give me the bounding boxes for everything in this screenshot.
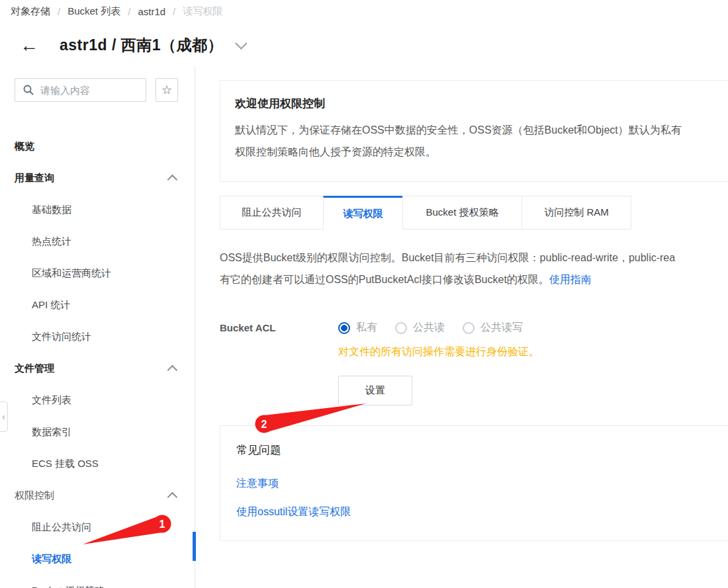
acl-intro-line1: OSS提供Bucket级别的权限访问控制。Bucket目前有三种访问权限：pub… [220, 247, 728, 269]
breadcrumb-item-object-storage[interactable]: 对象存储 [11, 5, 50, 18]
welcome-text: 默认情况下，为保证存储在OSS中数据的安全性，OSS资源（包括Bucket和Ob… [235, 119, 728, 163]
welcome-card: 欢迎使用权限控制 默认情况下，为保证存储在OSS中数据的安全性，OSS资源（包括… [220, 80, 728, 182]
breadcrumb-separator: / [128, 6, 130, 17]
radio-option-public-read-write[interactable]: 公共读写 [463, 321, 523, 335]
sidebar-item-overview[interactable]: 概览 [0, 130, 195, 162]
chevron-left-icon: ‹ [2, 411, 5, 422]
back-arrow-icon[interactable]: ← [20, 36, 38, 55]
sidebar-item-file-management[interactable]: 文件管理 [0, 353, 195, 384]
faq-link-ossutil[interactable]: 使用ossutil设置读写权限 [236, 505, 728, 518]
sidebar-item-api-stats[interactable]: API 统计 [0, 289, 195, 321]
faq-card: 常见问题 注意事项 使用ossutil设置读写权限 [220, 425, 728, 541]
sidebar-item-block-public-access[interactable]: 阻止公共访问 [0, 511, 195, 543]
bucket-acl-label: Bucket ACL [220, 322, 338, 333]
tab-access-control-ram[interactable]: 访问控制 RAM [522, 196, 631, 230]
selected-item-indicator [193, 532, 196, 561]
breadcrumb-separator: / [173, 6, 175, 17]
set-button[interactable]: 设置 [338, 376, 412, 405]
sidebar-item-usage-query[interactable]: 用量查询 [0, 162, 195, 194]
page-header: ← astr1d / 西南1（成都） [20, 35, 244, 56]
sidebar-item-data-index[interactable]: 数据索引 [0, 416, 195, 448]
tab-read-write-permission[interactable]: 读写权限 [323, 196, 403, 230]
welcome-text-line1: 默认情况下，为保证存储在OSS中数据的安全性，OSS资源（包括Bucket和Ob… [235, 119, 728, 141]
sidebar: ☆ 概览 用量查询 基础数据 热点统计 区域和运营商统计 API 统计 文件访问… [0, 66, 195, 588]
radio-icon [395, 322, 407, 334]
chevron-up-icon [167, 174, 178, 185]
sidebar-search-row: ☆ [15, 78, 195, 102]
usage-guide-link[interactable]: 使用指南 [549, 274, 592, 285]
acl-intro-line2: 有它的创建者可以通过OSS的PutBucketAcl接口修改该Bucket的权限… [220, 269, 728, 290]
acl-warning-text: 对文件的所有访问操作需要进行身份验证。 [338, 345, 728, 359]
radio-option-public-read[interactable]: 公共读 [395, 321, 445, 335]
welcome-title: 欢迎使用权限控制 [235, 96, 728, 111]
sidebar-nav: 概览 用量查询 基础数据 热点统计 区域和运营商统计 API 统计 文件访问统计… [0, 130, 195, 588]
page-title: astr1d / 西南1（成都） [60, 35, 223, 56]
sidebar-item-read-write-permission[interactable]: 读写权限 [0, 543, 195, 575]
bucket-acl-row: Bucket ACL 私有 公共读 公共读写 [220, 321, 728, 335]
tab-block-public-access[interactable]: 阻止公共访问 [220, 196, 324, 230]
sidebar-item-bucket-policy[interactable]: Bucket 授权策略 [0, 575, 195, 588]
sidebar-item-region-carrier-stats[interactable]: 区域和运营商统计 [0, 257, 195, 289]
tab-bucket-policy[interactable]: Bucket 授权策略 [402, 196, 522, 230]
radio-option-private[interactable]: 私有 [338, 321, 377, 335]
welcome-text-line2: 权限控制策略向他人授予资源的特定权限。 [235, 141, 728, 163]
search-box[interactable] [15, 78, 146, 102]
acl-intro-text: OSS提供Bucket级别的权限访问控制。Bucket目前有三种访问权限：pub… [220, 247, 728, 290]
breadcrumb-item-bucket-list[interactable]: Bucket 列表 [68, 5, 120, 18]
chevron-down-icon[interactable] [235, 37, 247, 49]
main-content: 欢迎使用权限控制 默认情况下，为保证存储在OSS中数据的安全性，OSS资源（包括… [220, 80, 728, 541]
chevron-up-icon [167, 491, 178, 502]
sidebar-item-basic-data[interactable]: 基础数据 [0, 194, 195, 226]
sidebar-collapse-handle[interactable]: ‹ [0, 401, 8, 432]
tab-bar: 阻止公共访问 读写权限 Bucket 授权策略 访问控制 RAM [220, 196, 728, 230]
search-icon [23, 85, 34, 95]
sidebar-item-hotspot-stats[interactable]: 热点统计 [0, 226, 195, 257]
favorite-button[interactable]: ☆ [156, 78, 178, 102]
sidebar-item-permission-control[interactable]: 权限控制 [0, 480, 195, 511]
sidebar-item-ecs-mount-oss[interactable]: ECS 挂载 OSS [0, 448, 195, 480]
radio-selected-icon [338, 322, 350, 334]
breadcrumb-item-bucket-name[interactable]: astr1d [138, 6, 165, 17]
breadcrumb-item-current: 读写权限 [183, 5, 222, 18]
search-input[interactable] [39, 84, 146, 97]
sidebar-item-file-list[interactable]: 文件列表 [0, 384, 195, 416]
oss-console-page: { "breadcrumb": { "separator": "/", "ite… [0, 0, 728, 588]
sidebar-item-file-access-stats[interactable]: 文件访问统计 [0, 321, 195, 353]
acl-radio-group: 私有 公共读 公共读写 [338, 321, 523, 335]
breadcrumb: 对象存储 / Bucket 列表 / astr1d / 读写权限 [11, 5, 222, 18]
radio-icon [463, 322, 475, 334]
star-icon: ☆ [161, 84, 172, 96]
faq-link-notes[interactable]: 注意事项 [236, 477, 728, 489]
breadcrumb-separator: / [58, 6, 60, 17]
faq-title: 常见问题 [236, 443, 728, 457]
chevron-up-icon [167, 364, 178, 375]
